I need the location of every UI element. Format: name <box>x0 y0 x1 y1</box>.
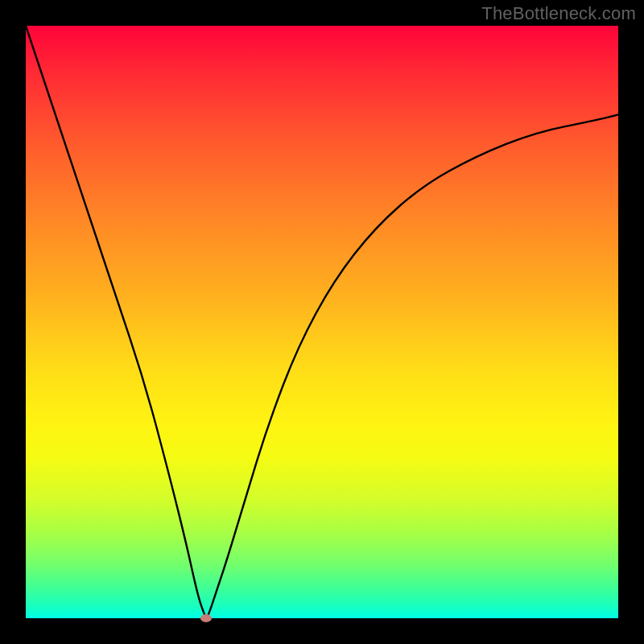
watermark-text: TheBottleneck.com <box>481 3 636 24</box>
bottleneck-curve <box>26 26 618 618</box>
chart-frame: TheBottleneck.com <box>0 0 644 644</box>
minimum-marker <box>200 614 212 622</box>
plot-area <box>26 26 618 618</box>
